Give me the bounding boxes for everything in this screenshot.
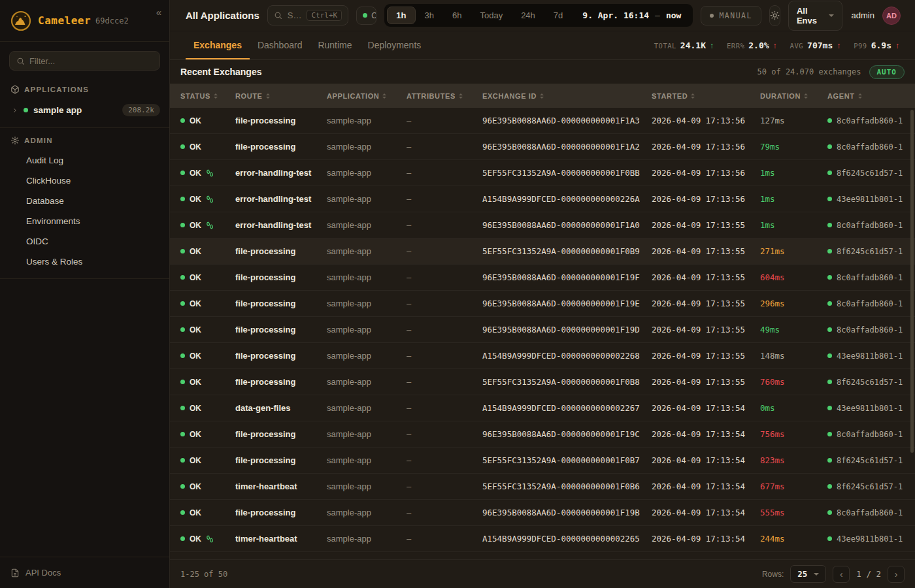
time-range-today[interactable]: Today: [471, 7, 512, 24]
sidebar-divider: [0, 278, 169, 279]
time-range-1h[interactable]: 1h: [387, 7, 415, 24]
sidebar-admin-item-audit-log[interactable]: Audit Log: [0, 150, 169, 171]
agent-cell: 8c0affadb860-1: [837, 508, 903, 517]
table-row[interactable]: OK error-handling-test sample-app – A154…: [170, 186, 915, 212]
next-page-button[interactable]: ›: [888, 566, 905, 583]
table-row[interactable]: OK file-processing sample-app – 5EF55FC3…: [170, 448, 915, 474]
application-cell: sample-app: [327, 482, 407, 491]
manual-label: MANUAL: [719, 11, 752, 20]
status-label: OK: [190, 299, 201, 308]
sidebar-admin-item-database[interactable]: Database: [0, 191, 169, 211]
manual-status-dot: [710, 14, 714, 18]
auto-refresh-badge[interactable]: AUTO: [869, 65, 905, 79]
route-cell: error-handling-test: [235, 168, 327, 178]
duration-cell: 604ms: [760, 272, 827, 282]
status-dot: [180, 484, 185, 489]
agent-cell: 43ee9811b801-1: [837, 534, 903, 544]
env-select[interactable]: All Envs: [788, 1, 842, 31]
agent-dot: [827, 510, 832, 515]
stat-p99: P99 6.9s ↑: [854, 41, 899, 50]
time-range-6h[interactable]: 6h: [443, 7, 471, 24]
column-header-application[interactable]: APPLICATION: [327, 92, 407, 100]
agent-dot: [827, 223, 832, 227]
sidebar-filter-field[interactable]: [9, 51, 160, 71]
scrollbar-thumb[interactable]: [910, 110, 914, 453]
exchange-id-cell: 96E395B0088AA6D-000000000001F19E: [482, 299, 652, 308]
exchange-id-cell: 96E395B0088AA6D-000000000001F19C: [482, 429, 652, 439]
online-status-button[interactable]: O: [356, 7, 376, 25]
agent-cell: 8f6245c61d57-1: [837, 169, 903, 178]
table-row[interactable]: OK timer-heartbeat sample-app – 5EF55FC3…: [170, 474, 915, 500]
footprints-icon: [206, 221, 214, 229]
column-header-status[interactable]: STATUS: [180, 92, 235, 100]
table-row[interactable]: OK timer-heartbeat sample-app – A154B9A9…: [170, 526, 915, 552]
table-row[interactable]: OK error-handling-test sample-app – 5EF5…: [170, 160, 915, 186]
application-cell: sample-app: [327, 142, 407, 152]
status-label: OK: [190, 378, 201, 387]
time-range-24h[interactable]: 24h: [512, 7, 544, 24]
application-cell: sample-app: [327, 377, 407, 387]
started-cell: 2026-04-09 17:13:55: [652, 246, 760, 256]
sidebar-item-sample-app[interactable]: sample app 208.2k: [0, 99, 169, 121]
online-status-dot: [363, 13, 367, 18]
stat-value: 6.9s: [871, 41, 891, 50]
column-header-started[interactable]: STARTED: [652, 92, 760, 100]
tab-dashboard[interactable]: Dashboard: [250, 31, 310, 59]
status-label: OK: [190, 325, 201, 335]
theme-toggle-button[interactable]: [769, 5, 780, 26]
agent-dot: [827, 275, 832, 280]
table-row[interactable]: OK file-processing sample-app – 96E395B0…: [170, 265, 915, 291]
trend-arrow-icon: ↑: [710, 41, 714, 50]
tab-runtime[interactable]: Runtime: [310, 31, 359, 59]
route-cell: file-processing: [235, 508, 327, 517]
agent-dot: [827, 249, 832, 253]
time-range-3h[interactable]: 3h: [416, 7, 443, 24]
attributes-cell: –: [407, 194, 482, 204]
prev-page-button[interactable]: ‹: [833, 566, 850, 583]
sidebar-filter-input[interactable]: [29, 56, 153, 66]
route-cell: data-gen-files: [235, 403, 327, 413]
table-row[interactable]: OK file-processing sample-app – 96E395B0…: [170, 317, 915, 343]
rows-per-page-select[interactable]: 25: [790, 565, 826, 583]
status-label: OK: [190, 195, 201, 204]
duration-cell: 79ms: [760, 142, 827, 152]
column-header-exchange-id[interactable]: EXCHANGE ID: [482, 92, 652, 100]
tab-exchanges[interactable]: Exchanges: [186, 31, 250, 59]
column-header-attributes[interactable]: ATTRIBUTES: [407, 92, 482, 100]
sidebar-admin-item-users-roles[interactable]: Users & Roles: [0, 252, 169, 272]
time-range-7d[interactable]: 7d: [544, 7, 572, 24]
table-row[interactable]: OK file-processing sample-app – 96E395B0…: [170, 500, 915, 526]
app-status-dot: [24, 108, 28, 112]
table-row[interactable]: OK file-processing sample-app – 96E395B0…: [170, 291, 915, 317]
status-dot: [180, 118, 185, 123]
column-header-duration[interactable]: DURATION: [760, 92, 827, 100]
global-search-button[interactable]: S… Ctrl+K: [267, 5, 348, 25]
avatar[interactable]: AD: [882, 7, 901, 25]
table-row[interactable]: OK file-processing sample-app – 96E395B0…: [170, 421, 915, 448]
manual-refresh-button[interactable]: MANUAL: [701, 6, 761, 25]
sidebar-collapse-icon[interactable]: «: [156, 7, 161, 18]
table-row[interactable]: OK error-handling-test sample-app – 96E3…: [170, 212, 915, 238]
column-header-route[interactable]: ROUTE: [235, 92, 327, 100]
table-row[interactable]: OK file-processing sample-app – 5EF55FC3…: [170, 369, 915, 395]
table-row[interactable]: OK file-processing sample-app – 96E395B0…: [170, 108, 915, 134]
table-row[interactable]: OK file-processing sample-app – 5EF55FC3…: [170, 238, 915, 265]
date-range-display[interactable]: 9. Apr. 16:14 – now: [572, 10, 690, 20]
sort-icon: [804, 93, 808, 99]
chevron-right-icon[interactable]: [12, 107, 18, 114]
sidebar-admin-item-oidc[interactable]: OIDC: [0, 231, 169, 252]
table-row[interactable]: OK file-processing sample-app – 96E395B0…: [170, 134, 915, 160]
table-row[interactable]: OK file-processing sample-app – A154B9A9…: [170, 343, 915, 369]
sort-icon: [858, 93, 862, 99]
date-to: now: [666, 10, 681, 20]
tab-deployments[interactable]: Deployments: [360, 31, 429, 59]
sidebar-admin-item-environments[interactable]: Environments: [0, 211, 169, 231]
sidebar-item-api-docs[interactable]: API Docs: [0, 557, 169, 588]
sidebar-admin-item-clickhouse[interactable]: ClickHouse: [0, 171, 169, 191]
table-row[interactable]: OK data-gen-files sample-app – A154B9A99…: [170, 395, 915, 421]
route-cell: file-processing: [235, 455, 327, 465]
duration-cell: 296ms: [760, 299, 827, 308]
application-cell: sample-app: [327, 116, 407, 125]
column-header-agent[interactable]: AGENT: [827, 92, 905, 100]
column-header-label: DURATION: [760, 92, 801, 100]
